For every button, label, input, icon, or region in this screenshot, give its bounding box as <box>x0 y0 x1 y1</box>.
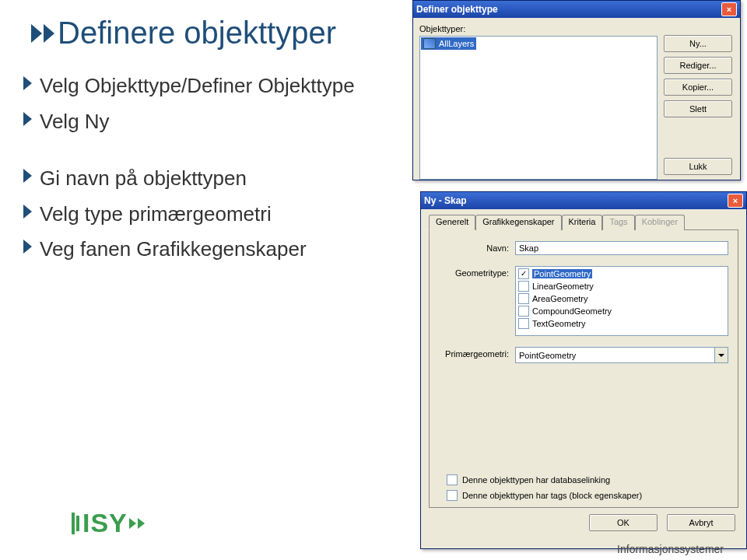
checkbox-icon[interactable] <box>447 490 458 501</box>
checkbox-icon[interactable]: ✓ <box>518 268 529 279</box>
checkbox-icon[interactable] <box>518 306 529 317</box>
chevron-right-icon <box>129 518 136 529</box>
list-item[interactable]: ✓PointGeometry <box>517 268 727 280</box>
bullet-list: Velg Objekttype/Definer Objekttype Velg … <box>23 70 355 269</box>
bullet-icon <box>23 169 32 183</box>
checkbox-icon[interactable] <box>518 293 529 304</box>
ok-button[interactable]: OK <box>589 514 658 531</box>
dialog-title: Definer objekttype <box>416 4 721 15</box>
tab-grafikkegenskaper[interactable]: Grafikkegenskaper <box>475 215 561 230</box>
databaselinking-checkbox[interactable]: Denne objekttypen har databaselinking <box>447 474 728 485</box>
geometritype-label: Geometritype: <box>439 266 509 278</box>
tab-koblinger: Koblinger <box>635 215 685 230</box>
geometritype-listbox[interactable]: ✓PointGeometry LinearGeometry AreaGeomet… <box>515 266 728 336</box>
rediger-button[interactable]: Rediger... <box>664 57 732 74</box>
bullet-item: Velg Ny <box>40 106 110 138</box>
dialog-titlebar: Ny - Skap × <box>421 192 746 209</box>
layers-icon <box>423 38 436 49</box>
ny-button[interactable]: Ny... <box>664 35 732 52</box>
avbryt-button[interactable]: Avbryt <box>667 514 735 531</box>
checkbox-icon[interactable] <box>518 318 529 329</box>
list-item-label: AllLayers <box>439 39 474 48</box>
slett-button[interactable]: Slett <box>664 100 732 117</box>
list-item[interactable]: AllLayers <box>421 37 476 50</box>
ny-skap-dialog: Ny - Skap × Generelt Grafikkegenskaper K… <box>420 191 747 549</box>
checkbox-icon[interactable] <box>447 474 458 485</box>
slide-title: Definere objekttyper <box>31 16 336 51</box>
bullet-item: Velg Objekttype/Definer Objekttype <box>40 70 355 103</box>
tab-tags: Tags <box>602 215 634 230</box>
list-item[interactable]: AreaGeometry <box>517 292 727 305</box>
dialog-title: Ny - Skap <box>424 195 728 206</box>
isy-logo: ISY <box>72 508 145 538</box>
bullet-icon <box>23 240 32 254</box>
dialog-titlebar: Definer objekttype × <box>413 1 740 18</box>
double-chevron-icon <box>31 24 54 43</box>
checkbox-icon[interactable] <box>518 281 529 292</box>
tabstrip: Generelt Grafikkegenskaper Kriteria Tags… <box>429 214 738 230</box>
close-icon[interactable]: × <box>728 194 743 208</box>
chevron-right-icon <box>138 518 145 529</box>
objekttyper-listbox[interactable]: AllLayers <box>419 36 658 180</box>
definer-objekttype-dialog: Definer objekttype × Objekttyper: AllLay… <box>412 0 741 180</box>
bullet-item: Veg fanen Grafikkegenskaper <box>40 233 307 266</box>
logo-bars-icon <box>72 513 79 534</box>
objekttyper-label: Objekttyper: <box>419 24 658 33</box>
lukk-button[interactable]: Lukk <box>664 158 732 175</box>
list-item[interactable]: CompoundGeometry <box>517 305 727 317</box>
primaergeometri-label: Primærgeometri: <box>439 347 509 359</box>
bullet-icon <box>23 112 32 126</box>
footer-note: Informasjonssystemer <box>617 543 724 555</box>
tabpage-generelt: Navn: Geometritype: ✓PointGeometry Linea… <box>429 230 738 508</box>
kopier-button[interactable]: Kopier... <box>664 79 732 96</box>
list-item[interactable]: TextGeometry <box>517 317 727 330</box>
bullet-icon <box>23 205 32 219</box>
close-icon[interactable]: × <box>721 2 737 16</box>
chevron-down-icon <box>714 348 728 362</box>
navn-label: Navn: <box>439 241 509 253</box>
bullet-icon <box>23 76 32 90</box>
bullet-item: Velg type primærgeometri <box>40 198 272 231</box>
primaergeometri-dropdown[interactable]: PointGeometry <box>515 347 728 363</box>
tags-checkbox[interactable]: Denne objekttypen har tags (block egensk… <box>447 490 728 501</box>
tab-generelt[interactable]: Generelt <box>429 215 475 230</box>
tab-kriteria[interactable]: Kriteria <box>562 215 603 230</box>
logo-text: ISY <box>82 508 128 538</box>
list-item[interactable]: LinearGeometry <box>517 280 727 292</box>
bullet-item: Gi navn på objekttypen <box>40 163 247 195</box>
dropdown-value: PointGeometry <box>516 351 714 360</box>
navn-input[interactable] <box>515 241 728 255</box>
slide-title-text: Definere objekttyper <box>58 16 336 51</box>
